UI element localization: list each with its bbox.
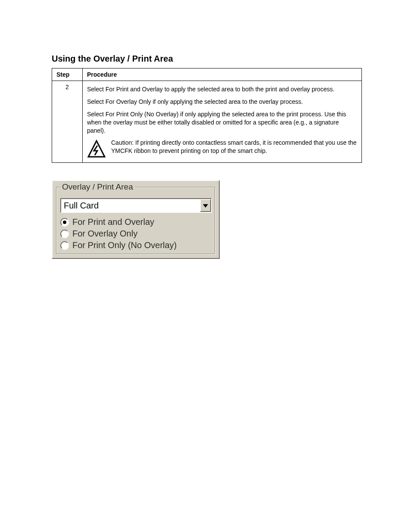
caution-block: Caution: If printing directly onto conta… (87, 139, 357, 160)
step-para: Select For Overlay Only if only applying… (87, 98, 357, 106)
radio-icon (60, 218, 69, 227)
dropdown-button[interactable] (200, 199, 211, 212)
radio-print-only[interactable]: For Print Only (No Overlay) (60, 240, 214, 250)
step-body: Select For Print and Overlay to apply th… (83, 81, 362, 163)
radio-icon (60, 241, 69, 250)
radio-print-and-overlay[interactable]: For Print and Overlay (60, 217, 214, 227)
caution-text: Caution: If printing directly onto conta… (111, 139, 357, 155)
col-procedure: Procedure (83, 68, 362, 81)
table-row: 2 Select For Print and Overlay to apply … (52, 81, 362, 163)
col-step: Step (52, 68, 83, 81)
step-para: Select For Print and Overlay to apply th… (87, 85, 357, 93)
overlay-area-select[interactable]: Full Card (60, 198, 212, 213)
section-heading: Using the Overlay / Print Area (52, 54, 364, 64)
select-value: Full Card (61, 199, 200, 212)
warning-icon (87, 140, 106, 160)
radio-icon (60, 230, 69, 238)
step-para: Select For Print Only (No Overlay) if on… (87, 110, 357, 135)
svg-marker-0 (88, 141, 105, 157)
radio-label: For Overlay Only (72, 229, 137, 239)
radio-dot-icon (63, 221, 66, 224)
procedure-table: Step Procedure 2 Select For Print and Ov… (52, 68, 362, 163)
radio-overlay-only[interactable]: For Overlay Only (60, 229, 214, 239)
step-number: 2 (52, 81, 83, 163)
overlay-print-area-group: Overlay / Print Area Full Card For Print… (52, 180, 220, 259)
group-legend: Overlay / Print Area (60, 182, 135, 192)
svg-marker-1 (203, 204, 208, 208)
radio-label: For Print and Overlay (72, 217, 154, 227)
chevron-down-icon (203, 202, 208, 209)
radio-label: For Print Only (No Overlay) (72, 240, 177, 250)
